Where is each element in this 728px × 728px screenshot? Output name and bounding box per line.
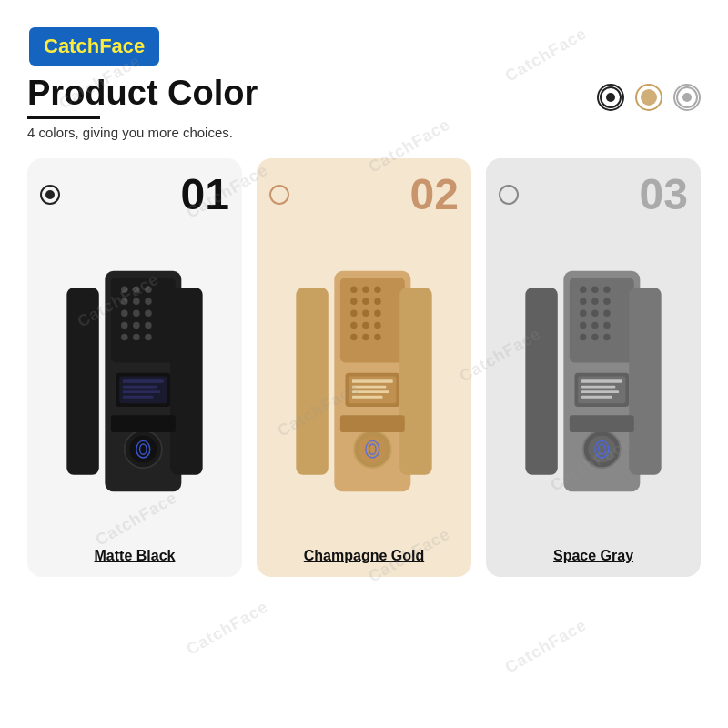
svg-point-40 — [362, 309, 369, 316]
card-number-gold: 02 — [410, 173, 459, 217]
svg-rect-53 — [352, 396, 383, 399]
svg-rect-0 — [66, 288, 98, 474]
svg-point-67 — [592, 298, 598, 304]
svg-point-11 — [145, 309, 151, 316]
svg-rect-81 — [581, 385, 615, 388]
svg-rect-89 — [570, 415, 634, 432]
svg-point-75 — [580, 334, 586, 340]
svg-point-10 — [133, 309, 139, 316]
svg-rect-58 — [399, 288, 431, 474]
svg-point-16 — [133, 334, 139, 340]
svg-point-43 — [362, 321, 369, 328]
svg-rect-23 — [123, 396, 154, 399]
brand-name: CatchFace — [44, 35, 145, 57]
svg-point-5 — [145, 286, 151, 292]
svg-point-65 — [603, 286, 610, 292]
svg-point-15 — [121, 334, 127, 340]
svg-point-70 — [592, 309, 598, 316]
svg-point-39 — [350, 309, 357, 316]
color-dot-gray[interactable] — [673, 84, 701, 111]
svg-point-36 — [350, 298, 357, 304]
svg-point-6 — [121, 298, 127, 304]
svg-point-9 — [121, 309, 127, 316]
svg-rect-88 — [629, 288, 661, 474]
svg-rect-20 — [123, 379, 164, 383]
svg-point-44 — [374, 321, 380, 328]
svg-point-72 — [580, 321, 586, 328]
svg-point-35 — [374, 286, 380, 292]
svg-rect-62 — [570, 278, 634, 362]
svg-point-76 — [592, 334, 598, 340]
svg-rect-83 — [581, 396, 612, 399]
section-subtitle: 4 colors, giving you more choices. — [27, 125, 258, 140]
lock-image-black — [40, 229, 229, 533]
svg-point-25 — [129, 436, 157, 463]
card-radio-black[interactable] — [40, 185, 60, 205]
svg-rect-59 — [340, 415, 405, 432]
brand-name-part2: Face — [99, 35, 145, 57]
brand-name-part1: Catch — [44, 35, 99, 57]
svg-point-14 — [145, 321, 151, 328]
svg-rect-22 — [123, 390, 160, 393]
svg-rect-29 — [111, 415, 176, 432]
svg-point-41 — [374, 309, 380, 316]
color-dot-black[interactable] — [597, 84, 624, 111]
svg-point-74 — [603, 321, 610, 328]
svg-point-42 — [350, 321, 357, 328]
svg-point-3 — [121, 286, 127, 292]
svg-point-38 — [374, 298, 380, 304]
color-dot-gold[interactable] — [635, 84, 662, 111]
svg-rect-60 — [525, 288, 557, 474]
svg-rect-82 — [581, 390, 619, 393]
svg-point-7 — [133, 298, 139, 304]
card-radio-gold[interactable] — [269, 185, 289, 205]
svg-point-66 — [580, 298, 586, 304]
svg-point-63 — [580, 286, 586, 292]
svg-point-12 — [121, 321, 127, 328]
title-divider — [27, 116, 100, 119]
svg-point-73 — [592, 321, 598, 328]
svg-rect-52 — [352, 390, 389, 393]
svg-rect-50 — [352, 379, 393, 383]
svg-point-46 — [362, 334, 369, 340]
svg-point-55 — [359, 436, 386, 463]
svg-point-34 — [362, 286, 369, 292]
svg-rect-80 — [581, 379, 622, 383]
svg-point-71 — [603, 309, 610, 316]
color-cards-container: 01 — [27, 158, 701, 577]
svg-rect-51 — [352, 385, 386, 388]
svg-point-8 — [145, 298, 151, 304]
svg-point-33 — [350, 286, 357, 292]
svg-rect-21 — [123, 385, 157, 388]
svg-point-17 — [145, 334, 151, 340]
svg-point-68 — [603, 298, 610, 304]
svg-rect-32 — [340, 278, 405, 362]
card-label-gray: Space Gray — [553, 548, 633, 564]
svg-rect-2 — [111, 278, 176, 362]
color-card-champagne-gold[interactable]: 02 — [257, 158, 471, 577]
card-label-black: Matte Black — [95, 548, 176, 564]
lock-image-gray — [499, 229, 688, 533]
svg-rect-30 — [296, 288, 328, 474]
svg-rect-28 — [170, 288, 202, 474]
svg-point-4 — [133, 286, 139, 292]
svg-point-45 — [350, 334, 357, 340]
card-radio-gray[interactable] — [499, 185, 519, 205]
card-number-gray: 03 — [640, 173, 688, 217]
svg-point-77 — [603, 334, 610, 340]
card-label-gold: Champagne Gold — [304, 548, 424, 564]
section-title: Product Color — [27, 75, 258, 113]
color-card-matte-black[interactable]: 01 — [27, 158, 242, 577]
svg-point-85 — [588, 436, 615, 463]
svg-point-69 — [580, 309, 586, 316]
color-selector — [597, 84, 701, 111]
svg-point-37 — [362, 298, 369, 304]
brand-logo: CatchFace — [29, 27, 159, 66]
color-card-space-gray[interactable]: 03 — [486, 158, 701, 577]
card-number-black: 01 — [181, 173, 229, 217]
lock-image-gold — [269, 229, 459, 533]
svg-point-13 — [133, 321, 139, 328]
svg-point-47 — [374, 334, 380, 340]
svg-point-64 — [592, 286, 598, 292]
